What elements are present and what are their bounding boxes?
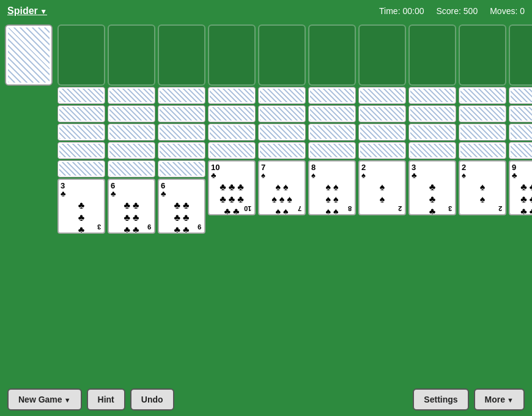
settings-button[interactable]: Settings [413, 388, 468, 410]
fd-card [208, 105, 256, 122]
footer-left: New Game Hint Undo [7, 388, 174, 410]
column-5: 8 ♠ ♠♠ ♠♠ ♠♠ ♠♠ 8 [308, 24, 356, 235]
game-area: 3 ♣ ♣♣♣ 3 6 ♣ ♣♣ ♣♣ ♣♣ 9 [0, 22, 532, 237]
fd-card [208, 142, 256, 159]
fd-card [158, 160, 205, 177]
face-up-card[interactable]: 3 ♣ ♣♣♣ 3 [57, 179, 105, 234]
column-8: 2 ♠ ♠ ♠ 2 [459, 24, 506, 235]
face-up-card[interactable]: 7 ♠ ♠♠ ♠♠♠ ♠♠ 7 [258, 160, 306, 215]
moves-display: Moves: 0 [490, 6, 525, 16]
fd-card [258, 105, 306, 122]
fd-card [158, 87, 205, 104]
new-game-button[interactable]: New Game [7, 388, 82, 410]
fd-card [258, 87, 306, 104]
fd-card [459, 142, 506, 159]
fd-card [308, 105, 356, 122]
empty-slot-9[interactable] [509, 24, 532, 86]
fd-card [258, 142, 306, 159]
fd-card [108, 87, 155, 104]
fd-card [258, 124, 306, 141]
header: Spider Time: 00:00 Score: 500 Moves: 0 [0, 0, 532, 22]
empty-slot-6[interactable] [358, 24, 406, 86]
empty-slot-2[interactable] [158, 24, 205, 86]
empty-slot-8[interactable] [459, 24, 506, 86]
fd-card [509, 142, 532, 159]
column-7: 3 ♣ ♣ ♣ ♣ 3 [408, 24, 456, 235]
column-0: 3 ♣ ♣♣♣ 3 [57, 24, 105, 235]
empty-slot-5[interactable] [308, 24, 356, 86]
footer: New Game Hint Undo Settings More [0, 383, 532, 416]
column-2: 6 ♣ ♣♣ ♣♣ ♣♣ 9 [158, 24, 205, 235]
fd-card [57, 105, 105, 122]
empty-slot-4[interactable] [258, 24, 306, 86]
fd-card [208, 87, 256, 104]
fd-card [509, 87, 532, 104]
face-up-card[interactable]: 3 ♣ ♣ ♣ ♣ 3 [408, 160, 456, 215]
fd-card [358, 124, 406, 141]
fd-card [158, 124, 205, 141]
fd-card [308, 87, 356, 104]
face-up-card[interactable]: 2 ♠ ♠ ♠ 2 [459, 160, 506, 215]
fd-card [108, 142, 155, 159]
more-button[interactable]: More [474, 388, 525, 410]
fd-card [459, 105, 506, 122]
column-9: 9 ♣ ♣♣♣ ♣♣♣ ♣♣♣ 6 [509, 24, 532, 235]
fd-card [408, 105, 456, 122]
face-up-card[interactable]: 2 ♠ ♠ ♠ 2 [358, 160, 406, 215]
undo-button[interactable]: Undo [130, 388, 174, 410]
empty-slot-7[interactable] [408, 24, 456, 86]
face-up-card[interactable]: 9 ♣ ♣♣♣ ♣♣♣ ♣♣♣ 6 [509, 160, 532, 215]
fd-card [408, 87, 456, 104]
column-6: 2 ♠ ♠ ♠ 2 [358, 24, 406, 235]
fd-card [57, 142, 105, 159]
empty-slot-0[interactable] [57, 24, 105, 86]
fd-card [358, 142, 406, 159]
face-up-card[interactable]: 6 ♣ ♣♣ ♣♣ ♣♣ 9 [158, 179, 205, 234]
fd-card [158, 105, 205, 122]
stock-card[interactable] [5, 24, 53, 86]
fd-card [57, 160, 105, 177]
fd-card [108, 105, 155, 122]
stats: Time: 00:00 Score: 500 Moves: 0 [379, 6, 525, 16]
fd-card [408, 124, 456, 141]
fd-card [509, 124, 532, 141]
fd-card [57, 124, 105, 141]
fd-card [509, 105, 532, 122]
face-up-card[interactable]: 8 ♠ ♠♠ ♠♠ ♠♠ ♠♠ 8 [308, 160, 356, 215]
empty-slot-1[interactable] [108, 24, 155, 86]
face-up-card[interactable]: 6 ♣ ♣♣ ♣♣ ♣♣ 9 [108, 179, 155, 234]
column-1: 6 ♣ ♣♣ ♣♣ ♣♣ 9 [108, 24, 155, 235]
game-title[interactable]: Spider [7, 6, 47, 17]
column-3: 10 ♣ ♣♣♣ ♣♣♣ ♣♣ 10 [208, 24, 256, 235]
fd-card [308, 124, 356, 141]
fd-card [358, 87, 406, 104]
time-display: Time: 00:00 [379, 6, 424, 16]
column-4: 7 ♠ ♠♠ ♠♠♠ ♠♠ 7 [258, 24, 306, 235]
fd-card [459, 124, 506, 141]
empty-slot-3[interactable] [208, 24, 256, 86]
footer-right: Settings More [413, 388, 525, 410]
fd-card [208, 124, 256, 141]
fd-card [408, 142, 456, 159]
fd-card [459, 87, 506, 104]
fd-card [57, 87, 105, 104]
face-up-card[interactable]: 10 ♣ ♣♣♣ ♣♣♣ ♣♣ 10 [208, 160, 256, 215]
score-display: Score: 500 [436, 6, 478, 16]
fd-card [108, 160, 155, 177]
fd-card [158, 142, 205, 159]
fd-card [308, 142, 356, 159]
fd-card [108, 124, 155, 141]
columns-area: 3 ♣ ♣♣♣ 3 6 ♣ ♣♣ ♣♣ ♣♣ 9 [57, 24, 532, 235]
hint-button[interactable]: Hint [87, 388, 125, 410]
fd-card [358, 105, 406, 122]
stock-area [5, 24, 53, 86]
